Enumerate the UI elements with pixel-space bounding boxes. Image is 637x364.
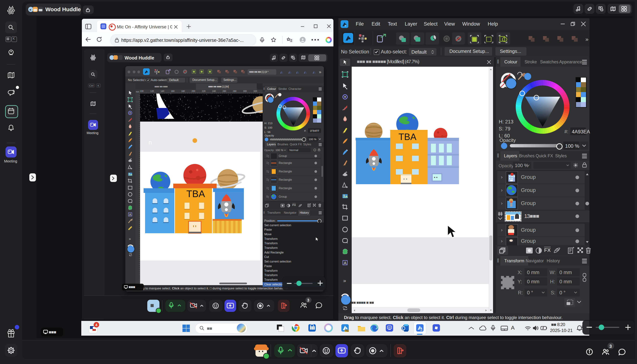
svg-text:120: 120 — [150, 90, 154, 92]
svg-text:180: 180 — [181, 90, 185, 92]
svg-text:160: 160 — [171, 90, 175, 92]
svg-text:140: 140 — [161, 90, 164, 92]
svg-text:β: β — [421, 328, 422, 332]
svg-text:TBA: TBA — [186, 188, 205, 199]
svg-text:240: 240 — [212, 90, 216, 92]
svg-text:200: 200 — [192, 90, 195, 92]
svg-text:100: 100 — [140, 90, 144, 92]
svg-text:300: 300 — [243, 90, 247, 92]
svg-text:β: β — [345, 24, 346, 27]
svg-text:280: 280 — [233, 90, 237, 92]
svg-text:TBA: TBA — [398, 132, 417, 142]
svg-text:220: 220 — [202, 90, 206, 92]
svg-text:320: 320 — [253, 90, 257, 92]
svg-text:A: A — [344, 261, 347, 265]
svg-text:260: 260 — [223, 90, 226, 92]
svg-text:PRE: PRE — [345, 330, 349, 332]
svg-text:A: A — [129, 213, 131, 216]
